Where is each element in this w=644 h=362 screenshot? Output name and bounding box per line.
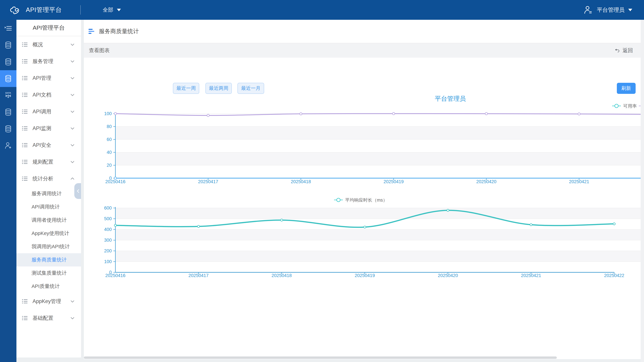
sidebar-subitem-6[interactable]: 测试集质量统计 <box>16 267 81 280</box>
svg-text:500: 500 <box>104 216 112 221</box>
sidebar-item-label: API监测 <box>32 125 70 132</box>
rail-item-2[interactable] <box>0 53 16 70</box>
sidebar-item-2[interactable]: API管理 <box>16 70 81 86</box>
rail-item-7[interactable] <box>0 137 16 154</box>
database-icon <box>4 125 12 133</box>
rail-item-0[interactable] <box>0 20 16 37</box>
rail-item-3[interactable] <box>0 70 16 87</box>
chevron-down-icon <box>117 9 121 11</box>
list-icon <box>22 109 28 115</box>
svg-text:20250421: 20250421 <box>521 273 541 278</box>
svg-text:300: 300 <box>104 238 112 243</box>
sidebar-subitem-1[interactable]: API调用统计 <box>16 200 81 214</box>
range-button-1[interactable]: 最近两周 <box>206 83 232 94</box>
chevron-down-icon <box>70 299 75 304</box>
chevron-left-icon <box>76 189 81 194</box>
chevron-down-icon <box>70 76 75 81</box>
sidebar-item-9[interactable]: AppKey管理 <box>16 293 81 310</box>
sidebar-subitem-3[interactable]: AppKey使用统计 <box>16 227 81 240</box>
sidebar-item-label: API文档 <box>32 91 70 98</box>
chevron-down-icon <box>70 159 75 164</box>
sidebar-item-10[interactable]: 基础配置 <box>16 310 81 327</box>
chevron-down-icon <box>70 316 75 321</box>
filter-lines-icon <box>88 28 95 35</box>
sidebar: API管理平台 概况服务管理API管理API文档API调用API监测API安全规… <box>16 20 81 358</box>
main-content: 服务商质量统计 查看图表 返回 最近一周最近两周最近一月 刷新 平台管理员 02… <box>84 20 641 356</box>
chevron-down-icon <box>70 109 75 114</box>
sidebar-item-4[interactable]: API调用 <box>16 103 81 120</box>
chevron-down-icon <box>628 9 632 11</box>
sidebar-collapse-handle[interactable] <box>74 183 81 199</box>
svg-text:可用率: 可用率 <box>623 104 637 109</box>
sidebar-item-5[interactable]: API监测 <box>16 120 81 137</box>
sidebar-item-label: AppKey管理 <box>32 298 70 305</box>
chevron-down-icon <box>70 42 75 47</box>
svg-text:600: 600 <box>104 205 112 211</box>
user-gear-icon <box>4 141 12 150</box>
svg-text:20: 20 <box>107 163 112 168</box>
vertical-scrollbar[interactable] <box>641 20 644 362</box>
sidebar-subitem-7[interactable]: API质量统计 <box>16 280 81 293</box>
sidebar-item-label: 规则配置 <box>32 158 70 165</box>
sidebar-item-label: 服务管理 <box>32 58 70 65</box>
rail-item-1[interactable] <box>0 37 16 53</box>
page-title: 服务商质量统计 <box>99 27 139 35</box>
list-icon <box>22 315 28 321</box>
horizontal-scrollbar-thumb[interactable] <box>84 357 557 359</box>
rail-item-6[interactable] <box>0 120 16 137</box>
top-navbar: API管理平台 全部 平台管理员 <box>0 0 644 20</box>
list-icon <box>22 58 28 64</box>
sidebar-item-8[interactable]: 统计分析 <box>16 170 81 187</box>
undo-icon <box>614 47 620 53</box>
sidebar-subitem-5[interactable]: 服务商质量统计 <box>16 253 81 267</box>
svg-text:20250417: 20250417 <box>198 179 218 184</box>
user-name: 平台管理员 <box>597 6 624 14</box>
sidebar-item-0[interactable]: 概况 <box>16 36 81 53</box>
sidebar-subitem-0[interactable]: 服务调用统计 <box>16 187 81 200</box>
svg-text:100: 100 <box>104 111 112 116</box>
refresh-button[interactable]: 刷新 <box>617 83 636 94</box>
scope-label: 全部 <box>103 6 113 13</box>
sidebar-item-6[interactable]: API安全 <box>16 137 81 153</box>
brand-logo-icon <box>10 5 20 15</box>
brand-title: API管理平台 <box>26 6 62 14</box>
menu-fold-icon <box>4 24 12 32</box>
sidebar-item-label: API管理 <box>32 75 70 82</box>
back-button[interactable]: 返回 <box>614 47 633 54</box>
svg-text:平均响应时长（ms）: 平均响应时长（ms） <box>345 198 388 203</box>
range-button-0[interactable]: 最近一周 <box>173 83 199 94</box>
data-import-icon: DATA <box>4 91 12 99</box>
sidebar-title: API管理平台 <box>16 20 81 36</box>
chevron-down-icon <box>70 126 75 131</box>
sidebar-item-7[interactable]: 规则配置 <box>16 153 81 170</box>
list-icon <box>22 75 28 81</box>
scope-dropdown[interactable]: 全部 <box>103 6 121 13</box>
sidebar-item-label: API安全 <box>32 142 70 149</box>
list-icon <box>22 125 28 131</box>
horizontal-scrollbar[interactable] <box>84 356 641 359</box>
availability-chart[interactable]: 0204060801002025041620250417202504182025… <box>84 93 641 187</box>
svg-text:80: 80 <box>107 124 112 129</box>
sidebar-item-3[interactable]: API文档 <box>16 86 81 103</box>
back-label: 返回 <box>622 47 633 54</box>
rail-item-4[interactable]: DATA <box>0 87 16 104</box>
range-button-2[interactable]: 最近一月 <box>238 83 264 94</box>
toolbar-section-label: 查看图表 <box>89 47 110 54</box>
sidebar-subitem-4[interactable]: 我调用的API统计 <box>16 240 81 253</box>
sidebar-subitem-2[interactable]: 调用者使用统计 <box>16 214 81 227</box>
sidebar-menu: 概况服务管理API管理API文档API调用API监测API安全规则配置统计分析服… <box>16 36 81 327</box>
user-menu[interactable]: 平台管理员 <box>584 5 632 14</box>
response-time-chart[interactable]: 0100200300400500600202504162025041720250… <box>84 194 641 288</box>
svg-text:DATA: DATA <box>5 92 11 94</box>
sidebar-item-label: 概况 <box>32 41 70 48</box>
svg-text:20250416: 20250416 <box>105 179 126 184</box>
sidebar-item-1[interactable]: 服务管理 <box>16 53 81 70</box>
rail-item-5[interactable] <box>0 104 16 120</box>
toolbar: 查看图表 返回 <box>84 43 641 58</box>
database-icon <box>4 58 12 66</box>
list-icon <box>22 176 28 182</box>
database-icon <box>4 74 12 83</box>
list-icon <box>22 142 28 148</box>
svg-text:20250420: 20250420 <box>476 179 496 184</box>
svg-text:20250420: 20250420 <box>438 273 458 278</box>
